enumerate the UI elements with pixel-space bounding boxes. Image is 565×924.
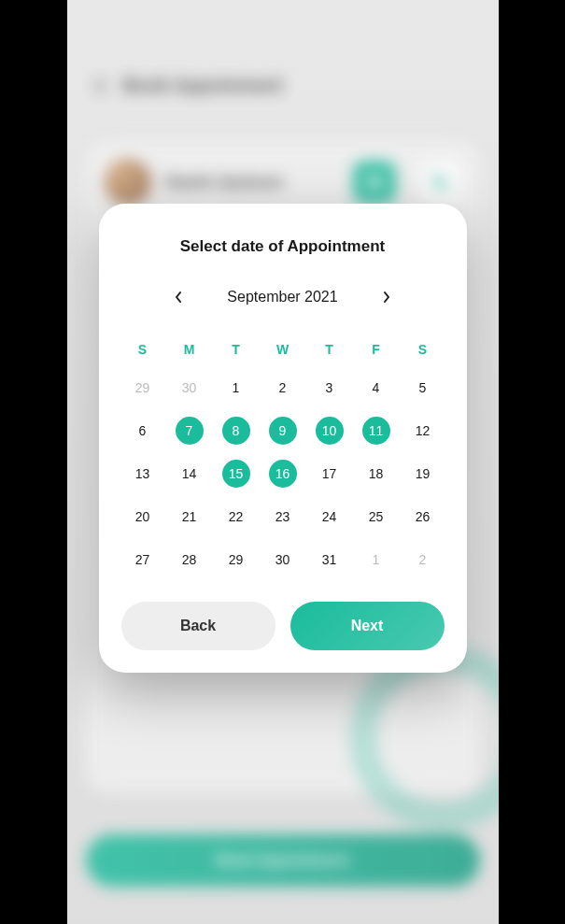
day-header: T [215, 334, 258, 364]
date-picker-modal: Select date of Appointment September 202… [99, 204, 467, 673]
month-nav: September 2021 [121, 286, 445, 308]
next-month-button[interactable] [375, 286, 398, 308]
day-cell[interactable]: 3 [308, 368, 351, 407]
day-cell[interactable]: 13 [121, 454, 164, 493]
chat-button [353, 161, 396, 204]
day-cell[interactable]: 26 [402, 497, 445, 536]
day-cell[interactable]: 22 [215, 497, 258, 536]
day-cell[interactable]: 8 [215, 411, 258, 450]
day-header: F [355, 334, 398, 364]
bg-header: Book Appoinment [95, 75, 283, 96]
day-cell[interactable]: 2 [261, 368, 304, 407]
day-cell[interactable]: 12 [402, 411, 445, 450]
modal-title: Select date of Appointment [121, 237, 445, 256]
day-cell[interactable]: 31 [308, 540, 351, 579]
bg-doctor-row: David Jackson [105, 159, 461, 206]
day-cell[interactable]: 2 [402, 540, 445, 579]
day-cell[interactable]: 11 [355, 411, 398, 450]
prev-month-button[interactable] [167, 286, 190, 308]
day-cell[interactable]: 21 [168, 497, 211, 536]
day-cell[interactable]: 25 [355, 497, 398, 536]
day-cell[interactable]: 14 [168, 454, 211, 493]
day-cell[interactable]: 5 [402, 368, 445, 407]
calendar-grid: SMTWTFS293012345678910111213141516171819… [121, 334, 445, 579]
call-button [418, 161, 461, 204]
chevron-left-icon [95, 78, 105, 93]
day-cell[interactable]: 19 [402, 454, 445, 493]
day-cell[interactable]: 29 [215, 540, 258, 579]
bg-doctor-info: David Jackson [166, 173, 331, 192]
modal-buttons: Back Next [121, 602, 445, 650]
phone-frame: Book Appoinment David Jackson Book Appoi… [67, 0, 499, 924]
day-cell[interactable]: 1 [215, 368, 258, 407]
day-cell[interactable]: 7 [168, 411, 211, 450]
day-cell[interactable]: 18 [355, 454, 398, 493]
day-header: W [261, 334, 304, 364]
avatar [105, 159, 151, 206]
day-header: T [308, 334, 351, 364]
day-cell[interactable]: 6 [121, 411, 164, 450]
bg-book-appointment-button: Book Appointment [86, 834, 480, 887]
day-cell[interactable]: 17 [308, 454, 351, 493]
bg-page-title: Book Appoinment [123, 75, 283, 96]
next-button[interactable]: Next [290, 602, 445, 650]
day-cell[interactable]: 23 [261, 497, 304, 536]
day-cell[interactable]: 9 [261, 411, 304, 450]
chevron-right-icon [383, 291, 390, 304]
day-cell[interactable]: 4 [355, 368, 398, 407]
day-header: M [168, 334, 211, 364]
back-button[interactable]: Back [121, 602, 275, 650]
day-cell[interactable]: 1 [355, 540, 398, 579]
day-cell[interactable]: 30 [168, 368, 211, 407]
day-cell[interactable]: 24 [308, 497, 351, 536]
day-cell[interactable]: 28 [168, 540, 211, 579]
day-cell[interactable]: 15 [215, 454, 258, 493]
day-cell[interactable]: 20 [121, 497, 164, 536]
day-cell[interactable]: 10 [308, 411, 351, 450]
month-label: September 2021 [227, 289, 337, 306]
day-header: S [121, 334, 164, 364]
bg-doctor-name: David Jackson [166, 173, 331, 192]
bg-book-button-label: Book Appointment [216, 852, 349, 869]
svg-rect-0 [368, 178, 380, 187]
day-cell[interactable]: 16 [261, 454, 304, 493]
chevron-left-icon [175, 291, 182, 304]
day-cell[interactable]: 29 [121, 368, 164, 407]
day-header: S [402, 334, 445, 364]
day-cell[interactable]: 27 [121, 540, 164, 579]
day-cell[interactable]: 30 [261, 540, 304, 579]
